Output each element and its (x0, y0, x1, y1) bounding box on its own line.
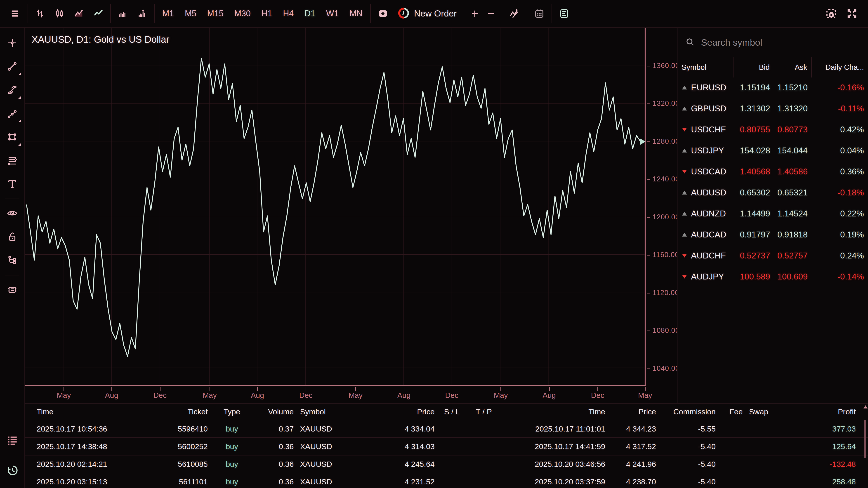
timeframe-m5[interactable]: M5 (179, 3, 202, 24)
history-cell-ticket: 5610085 (150, 460, 211, 468)
dropdown-corner-mark (18, 120, 21, 122)
search-symbol-input[interactable] (701, 37, 837, 48)
timeframe-m1[interactable]: M1 (157, 3, 179, 24)
menu-button[interactable] (6, 3, 25, 24)
history-column-header: Time (33, 408, 150, 416)
market-watch-row-eurusd[interactable]: EURUSD1.151941.15210-0.16% (677, 77, 868, 98)
sidebar-divider (5, 275, 20, 275)
chart-type-area-button[interactable] (69, 3, 89, 24)
bars-chart-icon (35, 8, 45, 19)
symbol-search[interactable] (677, 28, 868, 57)
market-watch-row-audcad[interactable]: AUDCAD0.917970.918180.19% (677, 224, 868, 245)
mw-column-header: Bid (734, 57, 774, 77)
market-watch-row-audusd[interactable]: AUDUSD0.653020.65321-0.18% (677, 182, 868, 203)
bid-value: 1.15194 (734, 83, 774, 92)
daily-change-value: 0.36% (812, 167, 868, 176)
crosshair-tool-button[interactable] (1, 31, 23, 55)
price-tick-mark (647, 255, 650, 256)
history-row[interactable]: 2025.10.17 14:38:485600252buy0.36XAUUSD4… (25, 437, 868, 455)
timeframe-m30[interactable]: M30 (229, 3, 256, 24)
price-axis[interactable]: 1360.001320.001280.001240.001200.001160.… (647, 28, 677, 386)
history-tab-button[interactable] (2, 459, 23, 482)
trendline-tool-button[interactable] (1, 55, 23, 78)
zoom-out-button[interactable]: − (483, 3, 500, 24)
time-axis[interactable]: MayAugDecMayAugDecMayAugDecMayAugDecMay (25, 387, 646, 402)
channel-icon (7, 85, 18, 96)
chart-type-candles-button[interactable] (50, 3, 69, 24)
market-watch-row-usdcad[interactable]: USDCAD1.405681.405860.36% (677, 161, 868, 182)
history-header[interactable]: TimeTicketTypeVolumeSymbolPriceS / LT / … (25, 403, 868, 420)
calendar-icon (534, 8, 545, 19)
history-scrollbar[interactable] (863, 405, 867, 486)
history-column-header: T / P (466, 408, 501, 416)
market-watch-row-usdchf[interactable]: USDCHF0.807550.807730.42% (677, 119, 868, 140)
up-arrow-icon (682, 233, 687, 236)
symbol-name: AUDCAD (691, 230, 726, 239)
lock-objects-button[interactable] (1, 225, 23, 249)
up-arrow-icon (682, 86, 687, 90)
scrollbar-thumb[interactable] (864, 420, 866, 458)
history-cell-type: buy (211, 424, 253, 433)
timeframe-mn[interactable]: MN (344, 3, 368, 24)
up-arrow-icon (682, 149, 687, 153)
screenshot-button[interactable] (821, 3, 842, 24)
channel-tool-button[interactable] (1, 78, 23, 102)
price-tick-mark (647, 293, 650, 293)
chart-type-line-button[interactable] (89, 3, 108, 24)
history-column-header: Symbol (297, 408, 358, 416)
symbol-cell: USDJPY (677, 146, 734, 156)
chart-type-bars-button[interactable] (30, 3, 50, 24)
chart-window-button[interactable] (373, 3, 393, 24)
market-watch-row-gbpusd[interactable]: GBPUSD1.313021.31320-0.11% (677, 98, 868, 119)
chart-layers-button[interactable] (1, 278, 23, 302)
journal-button[interactable] (554, 3, 574, 24)
object-tree-icon (7, 255, 18, 266)
timeframe-m15[interactable]: M15 (202, 3, 229, 24)
camera-screenshot-icon (826, 8, 837, 20)
volumes-button[interactable] (113, 3, 132, 24)
history-column-header: Fee (719, 408, 746, 416)
market-watch-row-audchf[interactable]: AUDCHF0.527370.527570.24% (677, 245, 868, 266)
trade-tab-button[interactable] (2, 429, 23, 452)
daily-change-value: -0.16% (812, 83, 868, 92)
market-watch-row-usdjpy[interactable]: USDJPY154.028154.0440.04% (677, 140, 868, 161)
object-list-button[interactable] (1, 249, 23, 272)
shapes-tool-button[interactable] (1, 125, 23, 149)
fullscreen-button[interactable] (842, 3, 862, 24)
ask-value: 0.91818 (774, 230, 812, 239)
time-tick-mark (645, 387, 646, 391)
history-row[interactable]: 2025.10.20 02:14:215610085buy0.36XAUUSD4… (25, 455, 868, 473)
symbol-cell: USDCAD (677, 167, 734, 176)
symbol-cell: AUDCAD (677, 230, 734, 239)
new-order-button[interactable]: New Order (393, 3, 462, 24)
volumes-icon (118, 8, 128, 19)
bid-value: 0.65302 (734, 188, 774, 197)
history-row[interactable]: 2025.10.20 03:15:135611101buy0.36XAUUSD4… (25, 473, 868, 488)
history-column-header: Type (211, 408, 253, 416)
ask-value: 154.044 (774, 146, 812, 156)
scrollbar-up-arrow-icon[interactable] (864, 405, 868, 409)
fibonacci-tool-button[interactable] (1, 149, 23, 172)
timeframe-w1[interactable]: W1 (321, 3, 344, 24)
market-watch-rows: EURUSD1.151941.15210-0.16%GBPUSD1.313021… (677, 77, 868, 287)
journal-icon (559, 8, 569, 19)
timeframe-h1[interactable]: H1 (256, 3, 278, 24)
market-watch-header[interactable]: SymbolBidAskDaily Cha... (677, 57, 868, 77)
indicators-button[interactable] (504, 3, 524, 24)
history-row[interactable]: 2025.10.17 10:54:365596410buy0.37XAUUSD4… (25, 420, 868, 437)
market-watch-row-audnzd[interactable]: AUDNZD1.144991.145240.22% (677, 203, 868, 224)
chart-area[interactable]: XAUUSD, D1: Gold vs US Dollar 1360.00132… (25, 28, 677, 402)
tick-volumes-button[interactable] (132, 3, 152, 24)
ask-value: 0.80773 (774, 125, 812, 134)
timeframe-d1[interactable]: D1 (299, 3, 320, 24)
chart-plot[interactable] (25, 28, 646, 386)
mw-column-header: Ask (774, 57, 812, 77)
search-icon (685, 37, 695, 48)
text-tool-button[interactable] (1, 172, 23, 196)
calendar-button[interactable] (529, 3, 549, 24)
market-watch-row-audjpy[interactable]: AUDJPY100.589100.609-0.14% (677, 266, 868, 287)
polyline-tool-button[interactable] (1, 102, 23, 125)
visibility-button[interactable] (1, 202, 23, 225)
timeframe-h4[interactable]: H4 (278, 3, 299, 24)
zoom-in-button[interactable]: + (467, 3, 483, 24)
